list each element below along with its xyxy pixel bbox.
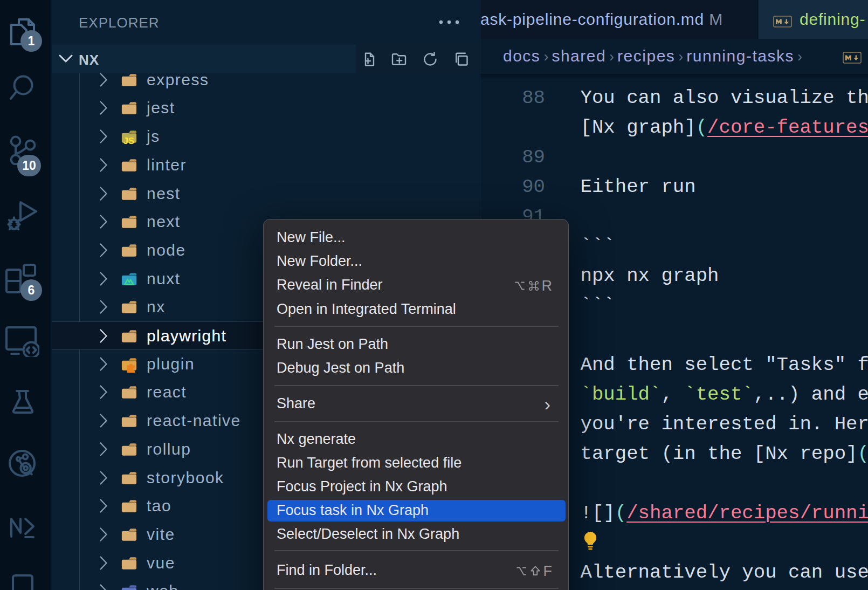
svg-text:JS: JS (123, 136, 134, 145)
